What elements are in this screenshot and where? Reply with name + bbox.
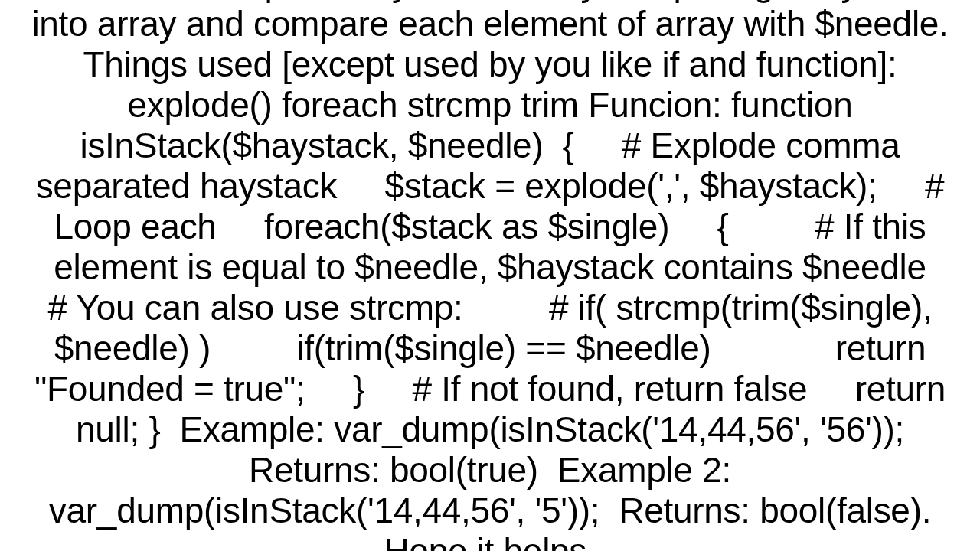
answer-body-text: Answer 3: Simplest way to do it may be s… bbox=[9, 0, 971, 551]
document-page: Answer 3: Simplest way to do it may be s… bbox=[0, 0, 980, 551]
